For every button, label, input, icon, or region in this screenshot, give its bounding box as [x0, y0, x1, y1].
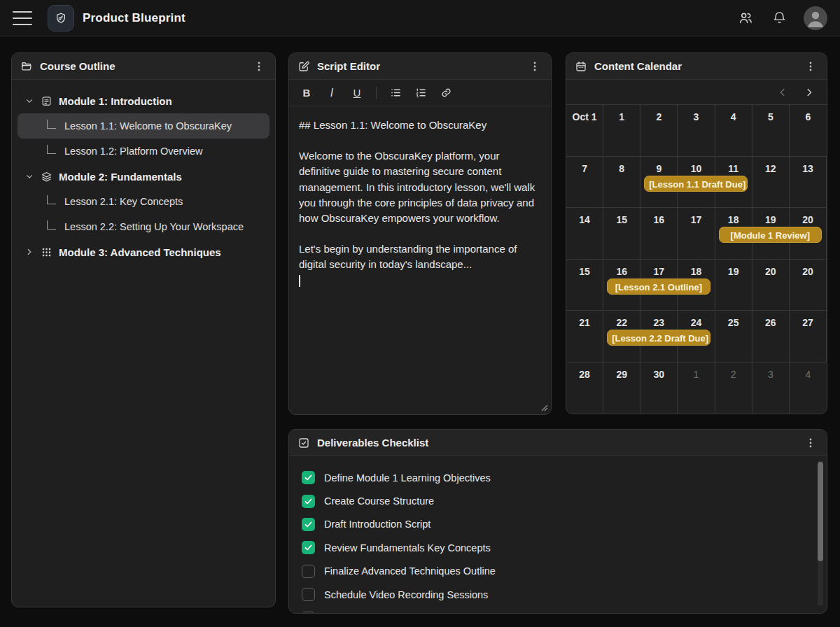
unchecked-checkbox[interactable]: [302, 588, 315, 601]
calendar-day-cell[interactable]: 1: [603, 105, 640, 156]
unchecked-checkbox[interactable]: [302, 612, 315, 614]
checklist-item[interactable]: Review Fundamentals Key Concepts: [302, 536, 814, 559]
checklist-item[interactable]: Define Module 1 Learning Objectives: [302, 466, 814, 489]
resize-handle-icon[interactable]: [538, 402, 548, 411]
edit-icon: [298, 60, 310, 73]
calendar-day-cell[interactable]: 21: [566, 311, 603, 362]
italic-button[interactable]: I: [321, 83, 342, 103]
menu-icon[interactable]: [13, 11, 32, 25]
day-number: 20: [802, 214, 813, 225]
calendar-day-cell[interactable]: 25: [715, 311, 752, 362]
day-number: 4: [731, 111, 736, 122]
checklist-item[interactable]: Integrate Visuals into Drafts: [302, 606, 814, 614]
calendar-day-cell[interactable]: 8: [603, 157, 640, 208]
day-number: 11: [728, 163, 738, 174]
tree-lesson-item[interactable]: Lesson 2.1: Key Concepts: [18, 189, 270, 214]
checklist-item[interactable]: Draft Introduction Script: [302, 513, 814, 536]
tree-module-item[interactable]: Module 1: Introduction: [18, 88, 270, 113]
calendar-week-row: 14151617181920[Module 1 Review]: [566, 208, 827, 260]
unchecked-checkbox[interactable]: [302, 565, 315, 578]
calendar-day-cell[interactable]: 7: [566, 157, 603, 208]
scrollbar-thumb[interactable]: [818, 462, 823, 561]
calendar-event-pill[interactable]: [Module 1 Review]: [719, 227, 822, 243]
checked-checkbox[interactable]: [302, 518, 315, 531]
calendar-day-cell[interactable]: 14: [566, 208, 603, 259]
kebab-menu-icon[interactable]: [527, 59, 542, 74]
underline-button[interactable]: U: [346, 83, 368, 103]
calendar-day-cell[interactable]: 13: [790, 157, 827, 208]
calendar-day-cell[interactable]: 16: [640, 208, 678, 259]
chevron-right-icon[interactable]: [24, 247, 34, 257]
day-number: 4: [806, 369, 811, 380]
calendar-day-cell[interactable]: 19: [715, 260, 752, 311]
calendar-day-cell[interactable]: 20: [752, 260, 790, 311]
calendar-header: Content Calendar: [566, 53, 827, 80]
users-icon[interactable]: [736, 9, 755, 27]
calendar-day-cell[interactable]: 26: [752, 311, 790, 362]
calendar-icon: [575, 60, 587, 73]
calendar-day-cell[interactable]: Oct 1: [566, 105, 603, 156]
tree-module-item[interactable]: Module 3: Advanced Techniques: [18, 239, 270, 265]
calendar-day-cell[interactable]: 27: [790, 311, 827, 362]
kebab-menu-icon[interactable]: [251, 59, 267, 74]
checklist-item[interactable]: Create Course Structure: [302, 489, 814, 512]
checked-checkbox[interactable]: [302, 495, 315, 508]
toolbar-separator: [376, 87, 377, 99]
link-icon[interactable]: [435, 83, 456, 103]
calendar-day-cell[interactable]: 6: [790, 105, 827, 156]
chevron-left-icon[interactable]: [776, 86, 789, 99]
calendar-day-cell[interactable]: 3: [678, 105, 715, 156]
calendar-day-cell[interactable]: 2: [640, 105, 678, 156]
ordered-list-icon[interactable]: [410, 83, 431, 103]
chevron-down-icon[interactable]: [24, 96, 34, 106]
calendar-event-pill[interactable]: [Lesson 2.1 Outline]: [607, 279, 710, 295]
day-number: 23: [654, 317, 665, 328]
tree-module-item[interactable]: Module 2: Fundamentals: [18, 164, 270, 189]
calendar-day-cell[interactable]: 1: [678, 362, 715, 414]
calendar-week-row: Oct 1123456: [566, 105, 827, 157]
calendar-day-cell[interactable]: 28: [566, 362, 603, 414]
calendar-event-pill[interactable]: [Lesson 2.2 Draft Due]: [607, 330, 710, 346]
calendar-day-cell[interactable]: 3: [752, 362, 790, 414]
checked-checkbox[interactable]: [302, 471, 315, 484]
checklist-item[interactable]: Finalize Advanced Techniques Outline: [302, 560, 814, 583]
chevron-right-icon[interactable]: [803, 86, 816, 99]
kebab-menu-icon[interactable]: [803, 59, 818, 74]
checked-checkbox[interactable]: [302, 541, 315, 554]
bell-icon[interactable]: [770, 9, 788, 27]
top-bar: Product Blueprint: [0, 0, 840, 36]
bullet-list-icon[interactable]: [385, 83, 406, 103]
editor-textarea[interactable]: ## Lesson 1.1: Welcome to ObscuraKeyWelc…: [289, 106, 551, 298]
editor-paragraph: Let's begin by understanding the importa…: [299, 241, 541, 272]
calendar-day-cell[interactable]: 2: [715, 362, 752, 414]
calendar-day-cell[interactable]: 17: [678, 208, 715, 259]
calendar-day-cell[interactable]: 4: [790, 362, 827, 414]
bold-button[interactable]: B: [296, 83, 317, 103]
calendar-day-cell[interactable]: 15: [603, 208, 640, 259]
day-number: 20: [765, 266, 776, 277]
calendar-event-pill[interactable]: [Lesson 1.1 Draft Due]: [644, 176, 747, 192]
checklist-item[interactable]: Schedule Video Recording Sessions: [302, 583, 814, 606]
chevron-down-icon[interactable]: [24, 171, 34, 181]
day-number: 22: [616, 317, 627, 328]
calendar-day-cell[interactable]: 12: [752, 157, 790, 208]
user-avatar-icon[interactable]: [804, 6, 827, 30]
tree-lesson-item[interactable]: Lesson 1.1: Welcome to ObscuraKey: [18, 113, 270, 139]
calendar-day-cell[interactable]: 20: [790, 260, 827, 311]
checklist-item-label: Define Module 1 Learning Objectives: [324, 472, 491, 484]
tree-lesson-item[interactable]: Lesson 1.2: Platform Overview: [18, 139, 270, 164]
checklist-item-label: Draft Introduction Script: [324, 519, 430, 530]
kebab-menu-icon[interactable]: [803, 435, 818, 451]
content-calendar-panel: Content Calendar Oct 112345678910111213[…: [566, 52, 827, 414]
calendar-week-row: 21222324252627[Lesson 2.2 Draft Due]: [566, 311, 827, 362]
day-number: 2: [731, 369, 736, 380]
calendar-day-cell[interactable]: 5: [752, 105, 790, 156]
calendar-day-cell[interactable]: 4: [715, 105, 752, 156]
day-number: 17: [691, 214, 702, 225]
tree-lesson-label: Lesson 2.1: Key Concepts: [64, 196, 183, 207]
day-number: 26: [765, 317, 776, 328]
calendar-day-cell[interactable]: 15: [566, 260, 603, 311]
calendar-day-cell[interactable]: 30: [640, 362, 678, 414]
calendar-day-cell[interactable]: 29: [603, 362, 640, 414]
tree-lesson-item[interactable]: Lesson 2.2: Setting Up Your Workspace: [18, 214, 270, 239]
